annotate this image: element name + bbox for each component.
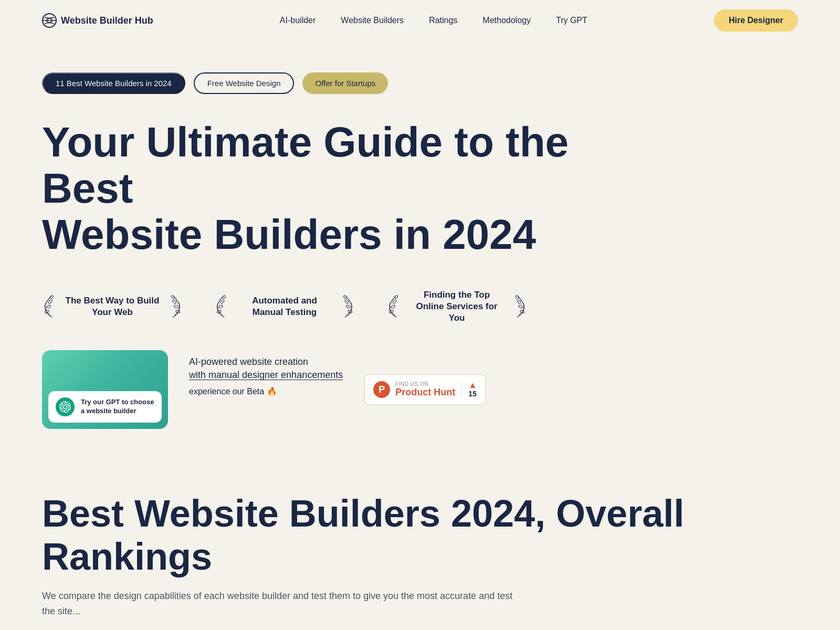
hero-section: 11 Best Website Builders in 2024 Free We… xyxy=(0,41,840,450)
svg-point-24 xyxy=(517,299,521,304)
svg-point-9 xyxy=(171,295,175,299)
product-hunt-arrow-icon: ▲ xyxy=(468,381,477,390)
svg-point-13 xyxy=(222,295,226,299)
svg-point-19 xyxy=(391,304,395,309)
nav-link-ai-builder[interactable]: AI-builder xyxy=(280,16,316,25)
svg-point-4 xyxy=(48,299,52,304)
badge-text-automated: Automated and Manual Testing xyxy=(237,295,332,318)
main-heading: Your Ultimate Guide to the Best Website … xyxy=(42,119,620,258)
badge-text-finding-top: Finding the Top Online Services for You xyxy=(410,289,504,324)
logo[interactable]: Website Builder Hub xyxy=(42,13,153,28)
nav-link-try-gpt[interactable]: Try GPT xyxy=(556,16,587,25)
tag-11-best[interactable]: 11 Best Website Builders in 2024 xyxy=(42,72,185,94)
ai-text-line2[interactable]: with manual designer enhancements xyxy=(189,370,343,380)
svg-point-15 xyxy=(346,304,351,309)
product-hunt-count: ▲ 15 xyxy=(461,381,477,398)
svg-point-21 xyxy=(394,295,398,299)
svg-point-11 xyxy=(218,304,223,309)
svg-point-16 xyxy=(344,299,349,304)
svg-point-5 xyxy=(50,295,54,299)
gpt-icon xyxy=(56,397,75,416)
svg-point-17 xyxy=(343,295,347,299)
nav-link-website-builders[interactable]: Website Builders xyxy=(341,16,404,25)
tag-startups[interactable]: Offer for Startups xyxy=(302,72,388,94)
svg-point-12 xyxy=(220,299,225,304)
cards-row: Try our GPT to choose a website builder … xyxy=(42,350,798,429)
badge-text-best-way: The Best Way to Build Your Web xyxy=(65,295,160,318)
gpt-card-text: Try our GPT to choose a website builder xyxy=(81,398,154,416)
product-hunt-logo: P xyxy=(373,381,390,398)
badge-best-way: The Best Way to Build Your Web xyxy=(42,289,214,324)
badge-automated: Automated and Manual Testing xyxy=(214,289,386,324)
product-hunt-text: FIND US ON Product Hunt xyxy=(395,381,455,398)
nav-link-methodology[interactable]: Methodology xyxy=(482,16,531,25)
tag-free-design[interactable]: Free Website Design xyxy=(194,72,295,94)
ai-text-line1: AI-powered website creation xyxy=(189,356,308,367)
bottom-section: Best Website Builders 2024, Overall Rank… xyxy=(0,450,840,630)
svg-point-3 xyxy=(46,304,51,309)
product-hunt-badge[interactable]: P FIND US ON Product Hunt ▲ 15 xyxy=(364,374,486,405)
nav-link-ratings[interactable]: Ratings xyxy=(429,16,457,25)
product-hunt-name: Product Hunt xyxy=(395,387,455,398)
product-hunt-find-us: FIND US ON xyxy=(395,381,455,387)
nav-links: AI-builder Website Builders Ratings Meth… xyxy=(280,16,587,25)
svg-point-23 xyxy=(518,304,523,309)
gpt-card[interactable]: Try our GPT to choose a website builder xyxy=(42,350,168,429)
ai-text-main: AI-powered website creation with manual … xyxy=(189,355,343,382)
svg-point-7 xyxy=(174,304,178,309)
badge-finding-top: Finding the Top Online Services for You xyxy=(386,289,559,324)
hire-designer-button[interactable]: Hire Designer xyxy=(714,9,798,32)
badges-row: The Best Way to Build Your Web Automated… xyxy=(42,289,798,324)
product-hunt-number: 15 xyxy=(468,390,477,398)
bottom-subtext: We compare the design capabilities of ea… xyxy=(42,589,514,619)
svg-point-8 xyxy=(172,299,177,304)
svg-point-25 xyxy=(516,295,519,299)
ai-text-beta: experience our Beta 🔥 xyxy=(189,386,343,396)
svg-point-20 xyxy=(392,299,397,304)
ai-text-block: AI-powered website creation with manual … xyxy=(189,350,343,396)
tag-row: 11 Best Website Builders in 2024 Free We… xyxy=(42,72,798,94)
bottom-heading: Best Website Builders 2024, Overall Rank… xyxy=(42,492,798,578)
logo-text: Website Builder Hub xyxy=(61,15,153,26)
